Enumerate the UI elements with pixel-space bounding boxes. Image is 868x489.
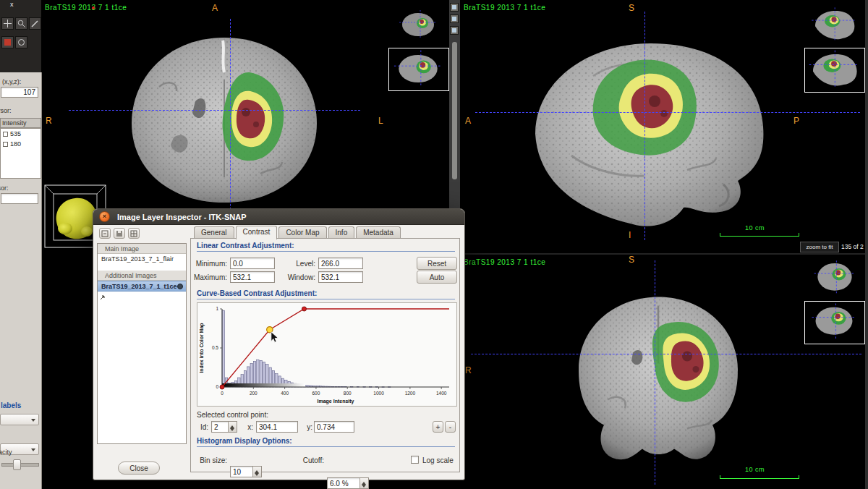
labels-section-heading: labels [1,401,21,409]
cursor-xyz-field[interactable]: 107 [1,87,38,98]
sagittal-thumbnail-fov-box[interactable] [804,48,865,93]
intensity-row[interactable]: 535 [1,129,41,139]
intensity-column-header: Intensity [0,118,41,128]
bin-size-value: 10 [233,468,241,476]
spinner-arrows-icon[interactable] [228,422,237,432]
visibility-eye-icon[interactable] [177,284,183,289]
add-control-point-button[interactable]: + [433,421,443,433]
svg-text:0: 0 [216,384,218,389]
record-dot [92,7,95,9]
coronal-thumbnail[interactable] [809,259,861,297]
window-field[interactable]: 532.1 [318,271,363,283]
control-point-id-spinner[interactable]: 2 [211,421,237,433]
control-point-id-value: 2 [214,423,218,431]
layer-item-t1ce-selected[interactable]: BraTS19_2013_7_1_t1ce [98,281,186,292]
svg-text:1: 1 [216,306,218,311]
svg-text:1000: 1000 [373,391,384,396]
opacity-slider-handle[interactable] [13,459,21,470]
remove-control-point-button[interactable]: - [445,421,456,433]
panel-layout-icon [452,5,456,9]
main-toolbar: x [0,0,41,72]
polygon-tool-button[interactable] [15,36,27,48]
right-edge-scrollbar[interactable] [865,0,868,489]
dialog-titlebar[interactable]: × Image Layer Inspector - ITK-SNAP [93,209,464,225]
tab-info[interactable]: Info [328,226,355,239]
layer-checkbox-icon[interactable] [3,142,8,147]
maximum-field[interactable]: 532.1 [230,271,275,283]
table-grid-icon [130,230,137,237]
additional-images-group-header: Additional Images [98,271,186,281]
image-layer-inspector-dialog: × Image Layer Inspector - ITK-SNAP Main … [93,208,465,480]
tab-general[interactable]: General [194,226,234,239]
coronal-crosshair-horizontal [471,354,861,354]
sagittal-brain-image [506,25,796,242]
scale-tick [799,475,799,478]
contrast-histogram-svg[interactable]: 020040060080010001200140000.51Image Inte… [197,303,456,406]
coronal-scale-bar [720,478,799,479]
cursor-xyz-label: (x,y,z): [2,78,21,85]
sagittal-crosshair-horizontal [475,112,860,113]
axial-thumbnail-fov-box[interactable] [388,48,449,91]
save-icon [116,230,123,237]
view-tool-button-3[interactable] [450,26,459,35]
control-point-y-field[interactable]: 0.734 [314,421,354,433]
svg-text:Index into Color Map: Index into Color Map [199,323,205,373]
tab-metadata[interactable]: Metadata [356,226,401,239]
main-image-group-header: Main Image [98,244,186,254]
svg-text:1200: 1200 [405,391,416,396]
save-layer-button[interactable] [114,228,125,239]
control-point-x-field[interactable]: 304.1 [256,421,298,433]
paintbrush-tool-button[interactable] [1,36,14,48]
export-layer-button[interactable] [99,228,111,239]
coronal-view[interactable]: BraTS19 2013 7 1 t1ce S R 10 cm [461,255,865,489]
pin-icon[interactable] [100,294,106,299]
intensity-list[interactable]: 535 180 [0,128,41,179]
level-field[interactable]: 266.0 [318,258,363,269]
layer-item-flair[interactable]: BraTS19_2013_7_1_flair [98,254,186,263]
axial-thumbnail[interactable] [396,9,441,41]
intensity-row[interactable]: 180 [1,139,41,149]
contrast-curve-plot[interactable]: 020040060080010001200140000.51Image Inte… [197,302,457,407]
bin-size-label: Bin size: [197,456,227,464]
active-label-dropdown[interactable] [0,414,39,425]
layer-list[interactable]: Main Image BraTS19_2013_7_1_flair Additi… [97,243,187,444]
view-tool-button-1[interactable] [450,3,459,12]
control-point-y-label: y: [304,423,312,431]
log-scale-label: Log scale [422,456,454,464]
intensity-value: 535 [10,130,21,137]
view-tool-button-2[interactable] [450,14,459,23]
axial-patient-label: BraTS19 2013 7 1 t1ce [45,4,127,12]
axial-scroll-thumb[interactable] [452,42,457,179]
log-scale-checkbox[interactable] [411,456,419,464]
tab-contrast[interactable]: Contrast [236,226,278,239]
crosshair-tool-button[interactable] [1,17,14,30]
spinner-arrows-icon[interactable] [252,467,261,477]
cursor-value-field[interactable] [1,193,38,204]
pencil-tool-button[interactable] [29,17,41,30]
table-view-button[interactable] [128,228,140,239]
tab-color-map[interactable]: Color Map [278,226,326,239]
cutoff-value: 6.0 % [330,480,349,488]
close-icon[interactable]: × [99,211,110,222]
bin-size-spinner[interactable]: 10 [230,466,262,477]
panel-layout-icon [452,28,456,33]
selected-control-point-heading: Selected control point: [197,411,268,419]
zoom-to-fit-button[interactable]: zoom to fit [800,242,839,252]
dialog-close-button[interactable]: Close [118,462,160,475]
cutoff-spinner[interactable]: 6.0 % [327,477,369,489]
coronal-thumbnail-fov-box[interactable] [804,301,865,344]
minimum-field[interactable]: 0.0 [230,258,275,269]
coronal-patient-label: BraTS19 2013 7 1 t1ce [464,258,545,266]
window-label: Window: [285,273,315,281]
auto-button[interactable]: Auto [417,271,457,284]
coronal-brain-image [557,282,760,474]
axial-orient-left: L [378,116,383,126]
reset-button[interactable]: Reset [417,257,457,270]
sagittal-view[interactable]: BraTS19 2013 7 1 t1ce S A P I 10 cm zoom… [461,0,865,253]
zoom-tool-button[interactable] [15,17,27,30]
layer-checkbox-icon[interactable] [3,132,8,137]
svg-text:0.5: 0.5 [212,345,218,350]
cursor-section-label: Cursor: [0,107,12,114]
sagittal-thumbnail[interactable] [807,6,861,43]
spinner-arrows-icon[interactable] [359,478,368,488]
